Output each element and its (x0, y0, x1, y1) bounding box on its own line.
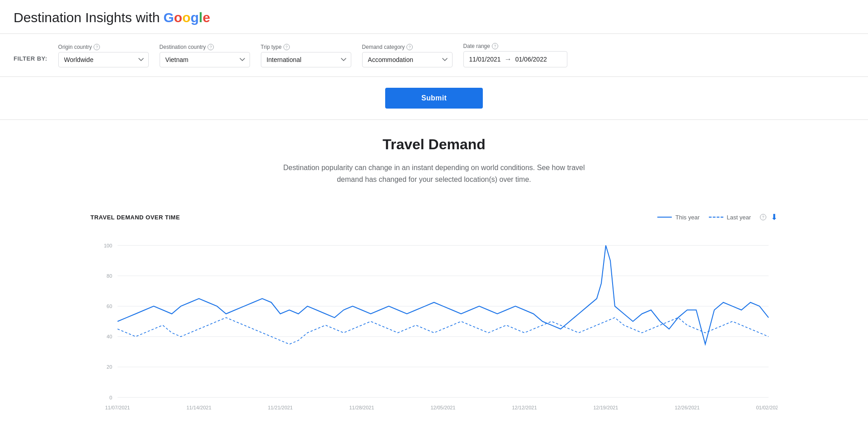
header-title: Destination Insights with Google (14, 10, 854, 25)
origin-country-select[interactable]: Worldwide United States United Kingdom A… (58, 52, 149, 67)
date-range-label: Date range ? (463, 43, 567, 49)
trip-type-select[interactable]: International Domestic (261, 52, 351, 67)
demand-category-select[interactable]: Accommodation Flights Activities (362, 52, 453, 67)
legend-solid-line (657, 217, 672, 218)
submit-button[interactable]: Submit (385, 88, 483, 109)
google-o2: o (182, 10, 190, 25)
legend-this-year-label: This year (675, 214, 699, 221)
section-desc: Destination popularity can change in an … (276, 162, 592, 185)
main-content: Travel Demand Destination popularity can… (0, 120, 868, 432)
svg-text:12/19/2021: 12/19/2021 (594, 405, 618, 410)
chart-header: TRAVEL DEMAND OVER TIME This year Last y… (90, 212, 778, 222)
svg-text:01/02/2022: 01/02/2022 (756, 405, 778, 410)
section-title: Travel Demand (14, 136, 854, 153)
chart-title: TRAVEL DEMAND OVER TIME (90, 214, 180, 221)
legend-icons: ? ⬇ (760, 212, 778, 222)
destination-country-group: Destination country ? Vietnam Thailand J… (160, 44, 250, 67)
date-range-input[interactable]: 11/01/2021 → 01/06/2022 (463, 51, 567, 67)
submit-section: Submit (0, 77, 868, 120)
destination-country-label: Destination country ? (160, 44, 250, 50)
legend-last-year: Last year (709, 214, 751, 221)
date-range-group: Date range ? 11/01/2021 → 01/06/2022 (463, 43, 567, 67)
google-logo: Google (164, 10, 210, 25)
legend-this-year: This year (657, 214, 699, 221)
trip-type-label: Trip type ? (261, 44, 351, 50)
chart-legend: This year Last year ? ⬇ (657, 212, 778, 222)
svg-text:12/12/2021: 12/12/2021 (512, 405, 537, 410)
header: Destination Insights with Google (0, 0, 868, 34)
google-l: l (199, 10, 203, 25)
svg-text:20: 20 (107, 364, 112, 370)
svg-text:100: 100 (104, 243, 112, 248)
svg-text:40: 40 (107, 334, 112, 339)
destination-country-help-icon[interactable]: ? (208, 44, 214, 50)
date-start: 11/01/2021 (469, 56, 501, 63)
chart-download-icon[interactable]: ⬇ (771, 212, 778, 222)
demand-category-help-icon[interactable]: ? (406, 44, 413, 50)
google-o1: o (174, 10, 182, 25)
chart-svg-wrapper: 100 80 60 40 20 0 11/07/2021 11/14/2021 … (90, 231, 778, 421)
svg-text:11/28/2021: 11/28/2021 (349, 405, 374, 410)
travel-demand-chart: 100 80 60 40 20 0 11/07/2021 11/14/2021 … (90, 231, 778, 421)
svg-text:60: 60 (107, 304, 112, 309)
destination-country-select[interactable]: Vietnam Thailand Japan France Italy (160, 52, 250, 67)
svg-text:0: 0 (109, 395, 112, 400)
origin-country-label: Origin country ? (58, 44, 149, 50)
chart-container: TRAVEL DEMAND OVER TIME This year Last y… (72, 203, 796, 430)
demand-category-group: Demand category ? Accommodation Flights … (362, 44, 453, 67)
svg-text:11/21/2021: 11/21/2021 (268, 405, 293, 410)
date-end: 01/06/2022 (515, 56, 547, 63)
svg-text:11/14/2021: 11/14/2021 (187, 405, 212, 410)
svg-text:12/26/2021: 12/26/2021 (675, 405, 700, 410)
svg-text:80: 80 (107, 273, 112, 279)
title-prefix: Destination Insights with (14, 10, 160, 25)
origin-country-group: Origin country ? Worldwide United States… (58, 44, 149, 67)
filter-by-label-wrapper: FILTER BY: (14, 55, 47, 67)
legend-last-year-label: Last year (727, 214, 751, 221)
svg-text:11/07/2021: 11/07/2021 (105, 405, 130, 410)
date-range-help-icon[interactable]: ? (492, 43, 498, 49)
chart-help-icon[interactable]: ? (760, 214, 766, 220)
filter-bar: FILTER BY: Origin country ? Worldwide Un… (0, 34, 868, 77)
origin-country-help-icon[interactable]: ? (94, 44, 100, 50)
svg-text:12/05/2021: 12/05/2021 (431, 405, 456, 410)
demand-category-label: Demand category ? (362, 44, 453, 50)
trip-type-help-icon[interactable]: ? (283, 44, 290, 50)
trip-type-group: Trip type ? International Domestic (261, 44, 351, 67)
legend-dashed-line (709, 217, 723, 218)
google-g: g (191, 10, 199, 25)
filter-by-label: FILTER BY: (14, 55, 47, 62)
google-e: e (203, 10, 210, 25)
google-G: G (164, 10, 174, 25)
date-arrow-icon: → (505, 55, 512, 63)
